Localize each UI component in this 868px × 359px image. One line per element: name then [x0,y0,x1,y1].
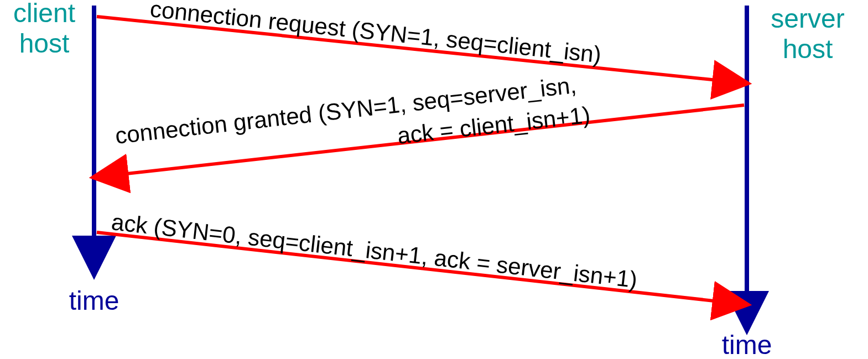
ack-label: ack (SYN=0, seq=client_isn+1, ack = serv… [110,209,638,293]
client-host-label-line2: host [19,29,70,58]
client-host-label-line1: client [13,0,75,28]
time-label-left: time [69,286,119,315]
server-host-label-line1: server [771,4,844,33]
tcp-handshake-diagram: client host server host time time connec… [0,0,868,359]
syn-label: connection request (SYN=1, seq=client_is… [149,0,602,67]
server-host-label-line2: host [783,34,833,64]
time-label-right: time [722,330,772,359]
